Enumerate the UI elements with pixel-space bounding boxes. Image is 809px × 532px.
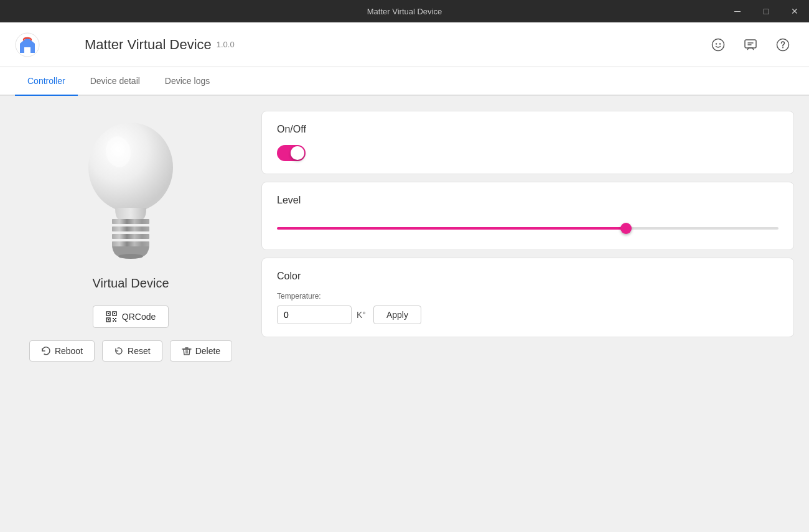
svg-rect-10 [112,226,149,231]
toggle-track [277,145,306,161]
level-card: Level [261,182,794,250]
onoff-toggle-container [277,145,779,161]
bulb-svg [78,121,184,270]
delete-label: Delete [195,346,220,356]
toggle-thumb [291,146,304,160]
emoji-feedback-button[interactable] [707,34,729,56]
delete-button[interactable]: Delete [170,340,232,362]
svg-rect-5 [745,40,756,48]
left-panel: Virtual Device QRCode [0,96,261,532]
qrcode-icon [106,311,117,322]
help-icon [776,38,790,52]
temperature-unit: K° [357,310,366,320]
svg-rect-23 [113,320,114,322]
temperature-label: Temperature: [277,292,779,301]
app-window: Matter Virtual Device 1.0.0 [0,22,809,532]
delete-icon [182,346,192,356]
svg-rect-11 [112,234,149,239]
device-name-label: Virtual Device [92,276,169,291]
svg-rect-22 [115,318,116,319]
onoff-card: On/Off [261,111,794,174]
help-button[interactable] [772,34,794,56]
action-buttons: Reboot Reset Delete [29,340,232,362]
google-home-logo [15,32,40,57]
maximize-button[interactable]: □ [752,0,780,22]
reset-icon [114,346,124,356]
titlebar-controls: ─ □ ✕ [723,0,809,22]
feedback-button[interactable] [739,34,762,56]
svg-point-3 [716,43,717,44]
emoji-icon [711,38,725,52]
color-card: Color Temperature: K° Apply [261,258,794,337]
level-slider-container [277,216,779,237]
temperature-row: K° Apply [277,306,779,324]
reset-label: Reset [128,346,151,356]
qrcode-button[interactable]: QRCode [93,306,169,328]
svg-rect-16 [108,313,109,314]
svg-point-13 [118,254,143,259]
tab-device-logs[interactable]: Device logs [152,67,222,95]
svg-rect-24 [115,320,116,322]
reboot-button[interactable]: Reboot [29,340,95,362]
svg-rect-18 [114,313,115,314]
tab-device-detail[interactable]: Device detail [78,67,152,95]
level-slider[interactable] [277,227,779,230]
onoff-toggle[interactable] [277,145,306,161]
header-icons [707,34,794,56]
close-button[interactable]: ✕ [780,0,809,22]
content-area: Virtual Device QRCode [0,96,809,532]
svg-rect-20 [108,319,109,320]
minimize-button[interactable]: ─ [723,0,752,22]
device-illustration [78,121,184,264]
reboot-label: Reboot [55,346,83,356]
svg-rect-25 [114,319,115,320]
svg-rect-21 [113,318,114,319]
level-title: Level [277,195,779,206]
titlebar-title: Matter Virtual Device [367,7,442,16]
app-version: 1.0.0 [217,40,235,49]
qrcode-label: QRCode [122,312,156,322]
svg-rect-9 [112,219,149,224]
svg-point-2 [713,39,724,50]
feedback-icon [744,38,757,52]
color-title: Color [277,271,779,282]
temperature-input[interactable] [277,306,352,324]
onoff-title: On/Off [277,124,779,135]
svg-point-8 [88,123,173,212]
apply-button[interactable]: Apply [373,306,421,324]
svg-point-4 [719,43,721,44]
reboot-icon [41,346,51,356]
header: Matter Virtual Device 1.0.0 [0,22,809,67]
app-title: Matter Virtual Device [85,37,212,53]
right-panel: On/Off Level Colo [261,96,809,532]
svg-rect-12 [112,241,149,246]
tab-controller[interactable]: Controller [15,67,78,95]
tabs-bar: Controller Device detail Device logs [0,67,809,96]
svg-point-7 [782,47,783,48]
reset-button[interactable]: Reset [102,340,162,362]
titlebar: Matter Virtual Device ─ □ ✕ [0,0,809,22]
